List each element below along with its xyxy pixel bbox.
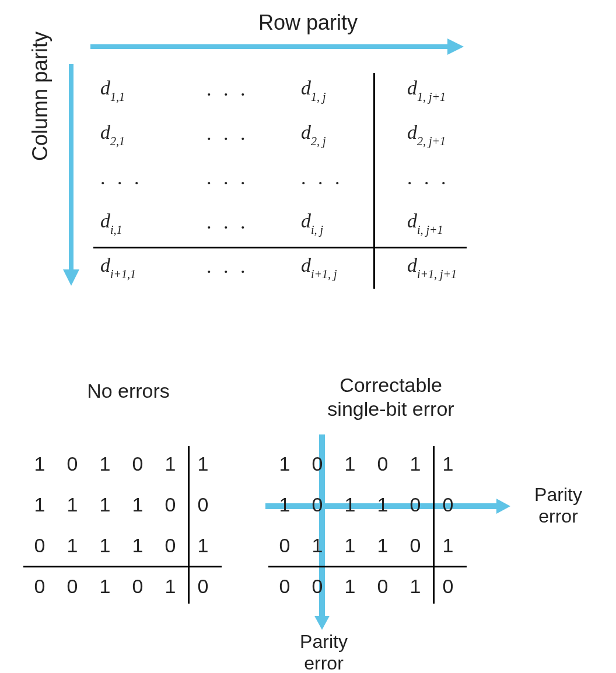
data-bit: 1	[366, 534, 399, 557]
column-parity-bit: 1	[399, 575, 432, 598]
data-bit: 1	[89, 493, 121, 516]
data-bit: 0	[366, 453, 399, 475]
data-bit: 1	[23, 453, 56, 475]
grid-horizontal-divider	[93, 247, 467, 248]
data-bit: 0	[121, 453, 154, 475]
data-bit: 1	[154, 453, 187, 475]
symbol-subscript: 2, j+1	[417, 135, 446, 148]
column-parity-arrow-icon	[64, 64, 78, 286]
column-parity-bit: 0	[23, 575, 56, 598]
column-parity-error-label: Parityerror	[280, 631, 368, 673]
overall-parity-bit: 0	[432, 575, 464, 598]
data-bit: 1	[121, 493, 154, 516]
data-bit: 0	[23, 534, 56, 557]
symbol-base: d	[100, 77, 110, 99]
column-parity-row: 001010	[268, 566, 464, 607]
overall-parity-bit: 0	[187, 575, 219, 598]
symbolic-grid-row: d1,1. . .d1, jd1, j+1	[93, 67, 501, 111]
symbolic-grid-row: di+1,1. . .di+1, jdi+1, j+1	[93, 244, 501, 289]
title-line: Correctable	[340, 374, 442, 396]
symbolic-grid-cell: . . .	[93, 167, 200, 189]
symbolic-grid-cell: di, j	[294, 210, 400, 235]
symbol-base: d	[407, 77, 417, 99]
symbolic-grid-row: d2,1. . .d2, jd2, j+1	[93, 111, 501, 156]
symbolic-grid-cell: di+1, j	[294, 254, 400, 279]
column-parity-bit: 1	[89, 575, 121, 598]
symbolic-grid-cell: d2, j+1	[400, 121, 501, 146]
symbol-subscript: 1, j	[311, 90, 326, 103]
correctable-bit-grid: 101011101100011101001010	[268, 443, 464, 607]
symbol-base: d	[100, 121, 110, 143]
row-parity-bit: 1	[187, 534, 219, 557]
grid-horizontal-divider	[23, 566, 222, 567]
symbolic-grid-cell: . . .	[200, 122, 294, 145]
symbolic-grid-cell: d2,1	[93, 121, 200, 146]
symbolic-grid-cell: . . .	[200, 211, 294, 233]
label-line: error	[538, 506, 578, 527]
symbol-base: d	[301, 210, 311, 232]
label-line: error	[304, 653, 344, 673]
column-parity-bit: 0	[301, 575, 334, 598]
symbolic-grid-cell: di+1, j+1	[400, 254, 501, 279]
data-bit: 1	[334, 534, 366, 557]
row-parity-bit: 0	[187, 493, 219, 516]
symbol-subscript: i,1	[110, 223, 123, 236]
data-bit: 0	[399, 534, 432, 557]
column-parity-bit: 1	[154, 575, 187, 598]
data-bit: 0	[268, 534, 301, 557]
grid-vertical-divider	[188, 446, 190, 604]
column-parity-bit: 0	[121, 575, 154, 598]
symbol-base: d	[407, 210, 417, 232]
title-line: single-bit error	[327, 398, 454, 420]
row-parity-bit: 1	[432, 453, 464, 475]
symbol-subscript: i+1,1	[110, 268, 136, 281]
symbol-subscript: 2, j	[311, 135, 326, 148]
label-line: Parity	[534, 484, 582, 505]
data-bit: 1	[121, 534, 154, 557]
row-parity-bit: 0	[432, 493, 464, 516]
symbol-base: d	[301, 121, 311, 143]
symbol-subscript: 1, j+1	[417, 90, 446, 103]
data-bit: 1	[334, 453, 366, 475]
symbol-base: d	[301, 77, 311, 99]
bit-row: 111100	[23, 484, 219, 525]
symbolic-grid-cell: di, j+1	[400, 210, 501, 235]
arrow-head-icon	[63, 269, 79, 286]
bit-row: 101011	[268, 443, 464, 484]
data-bit: 1	[56, 493, 89, 516]
symbolic-grid-cell: . . .	[294, 167, 400, 189]
arrow-head-icon	[496, 499, 510, 514]
symbolic-grid-cell: . . .	[200, 255, 294, 278]
data-bit: 0	[399, 493, 432, 516]
data-bit: 1	[301, 534, 334, 557]
arrow-head-icon	[314, 616, 330, 630]
column-parity-bit: 0	[56, 575, 89, 598]
bit-row: 011101	[23, 525, 219, 566]
column-parity-label: Column parity	[28, 20, 52, 172]
data-bit: 1	[268, 453, 301, 475]
symbol-subscript: i+1, j	[311, 268, 337, 281]
symbol-base: d	[100, 254, 110, 276]
symbolic-grid-cell: d1, j	[294, 77, 400, 102]
figure-2d-parity: Row parity Column parity d1,1. . .d1, jd…	[0, 0, 616, 673]
symbolic-grid-cell: di,1	[93, 210, 200, 235]
correctable-error-title: Correctablesingle-bit error	[274, 373, 508, 421]
symbol-subscript: 1,1	[110, 90, 125, 103]
symbol-subscript: i, j+1	[417, 223, 443, 236]
arrow-head-icon	[447, 38, 464, 55]
column-parity-row: 001010	[23, 566, 219, 607]
no-errors-bit-grid: 101011111100011101001010	[23, 443, 219, 607]
symbolic-grid-cell: . . .	[200, 78, 294, 100]
column-parity-bit: 1	[334, 575, 366, 598]
label-line: Parity	[300, 631, 348, 652]
symbol-base: d	[407, 254, 417, 276]
bit-row: 011101	[268, 525, 464, 566]
data-bit: 0	[154, 493, 187, 516]
data-bit: 0	[301, 453, 334, 475]
bit-row: 101011	[23, 443, 219, 484]
data-bit: 1	[89, 453, 121, 475]
symbol-subscript: i, j	[311, 223, 323, 236]
grid-horizontal-divider	[268, 566, 467, 567]
symbolic-grid-cell: di+1,1	[93, 254, 200, 279]
arrow-shaft	[90, 44, 451, 49]
